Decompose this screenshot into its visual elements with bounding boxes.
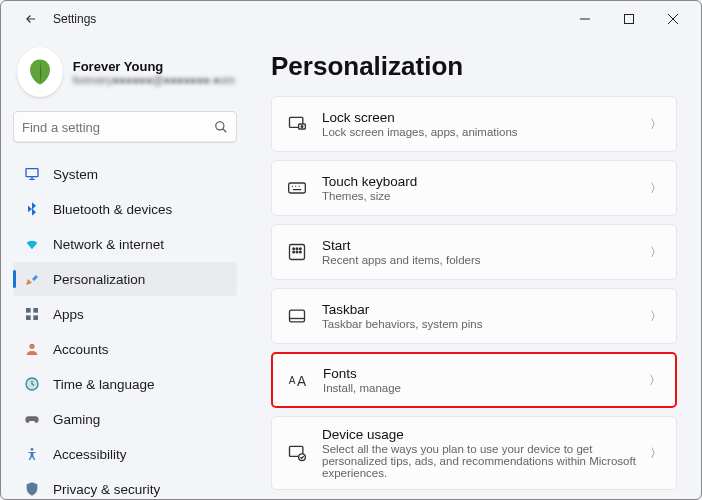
svg-point-1 [216,122,224,130]
card-touch-keyboard[interactable]: Touch keyboard Themes, size 〉 [271,160,677,216]
nav-label: Apps [53,307,84,322]
svg-point-18 [293,251,295,253]
card-taskbar[interactable]: Taskbar Taskbar behaviors, system pins 〉 [271,288,677,344]
chevron-right-icon: 〉 [650,308,662,325]
card-title: Fonts [323,366,635,381]
nav-label: System [53,167,98,182]
main-content: Personalization Lock screen Lock screen … [249,37,701,499]
device-usage-icon [286,442,308,464]
lock-screen-icon [286,113,308,135]
card-desc: Install, manage [323,382,635,394]
card-desc: Themes, size [322,190,636,202]
svg-point-20 [300,251,302,253]
card-lock-screen[interactable]: Lock screen Lock screen images, apps, an… [271,96,677,152]
accessibility-icon [23,445,41,463]
card-desc: Taskbar behaviors, system pins [322,318,636,330]
nav-label: Gaming [53,412,100,427]
personalization-icon [23,270,41,288]
svg-rect-2 [26,169,38,177]
sidebar-item-gaming[interactable]: Gaming [13,402,237,436]
card-desc: Recent apps and items, folders [322,254,636,266]
card-title: Taskbar [322,302,636,317]
svg-text:A: A [297,374,307,389]
search-icon [214,120,228,134]
nav-label: Accessibility [53,447,127,462]
card-title: Lock screen [322,110,636,125]
nav-label: Personalization [53,272,145,287]
sidebar-item-bluetooth[interactable]: Bluetooth & devices [13,192,237,226]
card-title: Start [322,238,636,253]
user-name: Forever Young [73,59,235,74]
sidebar-item-system[interactable]: System [13,157,237,191]
card-start[interactable]: Start Recent apps and items, folders 〉 [271,224,677,280]
system-icon [23,165,41,183]
card-title: Touch keyboard [322,174,636,189]
keyboard-icon [286,177,308,199]
card-desc: Lock screen images, apps, animations [322,126,636,138]
titlebar: Settings [1,1,701,37]
sidebar-item-personalization[interactable]: Personalization [13,262,237,296]
svg-point-7 [29,344,34,349]
page-title: Personalization [271,51,677,82]
avatar [17,47,63,97]
nav-label: Network & internet [53,237,164,252]
svg-rect-3 [26,308,31,313]
nav-label: Bluetooth & devices [53,202,172,217]
sidebar-item-accessibility[interactable]: Accessibility [13,437,237,471]
svg-rect-5 [26,315,31,320]
gaming-icon [23,410,41,428]
svg-rect-4 [33,308,38,313]
card-title: Device usage [322,427,636,442]
sidebar-item-apps[interactable]: Apps [13,297,237,331]
maximize-button[interactable] [607,4,651,34]
svg-point-12 [301,126,303,128]
svg-rect-0 [625,15,634,24]
svg-point-15 [293,248,295,250]
sidebar-item-network[interactable]: Network & internet [13,227,237,261]
wifi-icon [23,235,41,253]
back-button[interactable] [15,3,47,35]
sidebar-item-accounts[interactable]: Accounts [13,332,237,366]
nav-label: Time & language [53,377,155,392]
nav-list: System Bluetooth & devices Network & int… [13,157,237,499]
chevron-right-icon: 〉 [650,180,662,197]
accounts-icon [23,340,41,358]
bluetooth-icon [23,200,41,218]
privacy-icon [23,480,41,498]
chevron-right-icon: 〉 [649,372,661,389]
svg-text:A: A [289,375,296,386]
chevron-right-icon: 〉 [650,445,662,462]
close-button[interactable] [651,4,695,34]
nav-label: Privacy & security [53,482,160,497]
chevron-right-icon: 〉 [650,116,662,133]
start-icon [286,241,308,263]
user-email: forevery●●●●●●@●●●●●●●.●om [73,74,235,86]
svg-rect-21 [290,310,305,322]
sidebar-item-privacy[interactable]: Privacy & security [13,472,237,499]
card-device-usage[interactable]: Device usage Select all the ways you pla… [271,416,677,490]
svg-point-19 [296,251,298,253]
fonts-icon: AA [287,369,309,391]
svg-point-16 [296,248,298,250]
search-input[interactable] [22,120,214,135]
sidebar-item-time[interactable]: Time & language [13,367,237,401]
svg-point-9 [31,448,34,451]
taskbar-icon [286,305,308,327]
search-box[interactable] [13,111,237,143]
sidebar: Forever Young forevery●●●●●●@●●●●●●●.●om… [1,37,249,499]
svg-point-17 [300,248,302,250]
time-icon [23,375,41,393]
nav-label: Accounts [53,342,109,357]
chevron-right-icon: 〉 [650,244,662,261]
user-profile[interactable]: Forever Young forevery●●●●●●@●●●●●●●.●om [13,41,237,111]
apps-icon [23,305,41,323]
card-fonts[interactable]: AA Fonts Install, manage 〉 [271,352,677,408]
window-title: Settings [53,12,96,26]
svg-rect-13 [289,183,306,193]
svg-rect-6 [33,315,38,320]
minimize-button[interactable] [563,4,607,34]
card-desc: Select all the ways you plan to use your… [322,443,636,479]
